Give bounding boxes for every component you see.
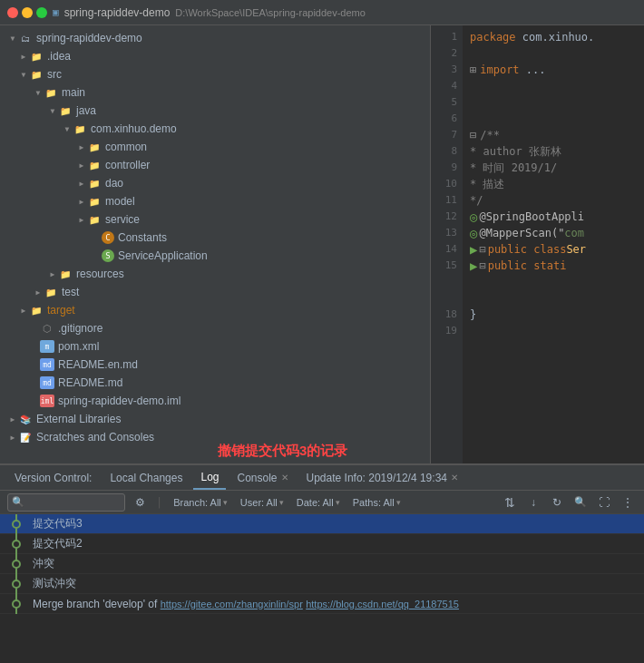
pom-icon: m — [40, 340, 54, 353]
project-path: D:\WorkSpace\IDEA\spring-rapiddev-demo — [175, 7, 366, 18]
commit-list: 提交代码3 提交代码2 沖突 测试沖突 — [0, 514, 644, 663]
tree-item-readme-en[interactable]: md README.en.md — [0, 356, 430, 374]
tree-item-iml[interactable]: iml spring-rapiddev-demo.iml — [0, 392, 430, 410]
external-arrow — [7, 414, 18, 424]
filter-user[interactable]: User: All ▾ — [237, 495, 288, 510]
window-controls — [7, 7, 47, 18]
code-line-19 — [470, 323, 637, 339]
iml-label: spring-rapiddev-demo.iml — [58, 395, 181, 407]
commit-row-2[interactable]: 提交代码2 — [0, 534, 644, 554]
minimize-button[interactable] — [22, 7, 33, 18]
search-input[interactable] — [28, 497, 110, 508]
tree-item-dao[interactable]: 📁 dao — [0, 174, 430, 192]
bottom-toolbar: 🔍 ⚙ | Branch: All ▾ User: All ▾ Date: Al… — [0, 491, 644, 514]
tree-item-idea[interactable]: 📁 .idea — [0, 47, 430, 65]
expand-btn[interactable]: ⛶ — [595, 493, 613, 512]
code-line-11: */ — [470, 192, 637, 209]
download-button[interactable]: ↓ — [524, 493, 542, 512]
commit-1-text: 提交代码3 — [33, 516, 637, 531]
tree-item-common[interactable]: 📁 common — [0, 138, 430, 156]
filter-date-label: Date: All — [297, 497, 334, 508]
readme-label: README.md — [58, 376, 122, 389]
console-close-icon[interactable]: ✕ — [281, 473, 288, 483]
project-icon: ▣ — [53, 6, 59, 18]
tab-console[interactable]: Console ✕ — [229, 466, 295, 490]
line-num-6: 6 — [431, 111, 463, 127]
line-num-16 — [431, 274, 463, 290]
iml-icon: iml — [40, 395, 54, 407]
sort-button[interactable]: ⇅ — [501, 493, 519, 512]
commit-5-link1[interactable]: https://gitee.com/zhangxinlin/spr — [161, 599, 303, 609]
project-folder-icon: 🗂 — [18, 32, 33, 44]
tree-item-com[interactable]: 📁 com.xinhuo.demo — [0, 120, 430, 138]
maximize-button[interactable] — [36, 7, 47, 18]
idea-label: .idea — [47, 50, 71, 63]
tree-item-target[interactable]: 📁 target — [0, 301, 430, 319]
filter-paths-label: Paths: All — [353, 497, 395, 508]
commit-row-5[interactable]: Merge branch 'develop' of https://gitee.… — [0, 594, 644, 614]
tree-item-gitignore[interactable]: ⬡ .gitignore — [0, 319, 430, 337]
scratches-icon: 📝 — [18, 431, 33, 444]
tree-item-pom[interactable]: m pom.xml — [0, 337, 430, 356]
line-num-10: 10 — [431, 176, 463, 192]
search-btn2[interactable]: 🔍 — [571, 493, 590, 512]
tree-item-serviceapp[interactable]: S ServiceApplication — [0, 247, 430, 265]
tab-log[interactable]: Log — [193, 466, 226, 490]
filter-branch[interactable]: Branch: All ▾ — [170, 495, 231, 510]
tree-item-model[interactable]: 📁 model — [0, 192, 430, 210]
tree-item-resources[interactable]: 📁 resources — [0, 265, 430, 283]
paths-dropdown-icon: ▾ — [396, 498, 401, 507]
search-icon: 🔍 — [12, 496, 24, 508]
tree-item-java[interactable]: 📁 java — [0, 102, 430, 120]
bottom-tabs: Version Control: Local Changes Log Conso… — [0, 465, 644, 491]
settings-button[interactable]: ⚙ — [131, 493, 149, 512]
editor-content: 1 2 3 4 5 6 7 8 9 10 11 12 13 14 15 18 1… — [431, 25, 644, 463]
java-arrow — [47, 105, 58, 116]
update-close-icon[interactable]: ✕ — [451, 473, 458, 483]
external-label: External Libraries — [36, 413, 121, 425]
filter-paths[interactable]: Paths: All ▾ — [349, 495, 405, 510]
tree-item-readme[interactable]: md README.md — [0, 374, 430, 392]
refresh-button[interactable]: ↻ — [548, 493, 566, 512]
line-num-2: 2 — [431, 45, 463, 62]
java-label: java — [76, 104, 96, 117]
commit-row-1[interactable]: 提交代码3 — [0, 514, 644, 534]
commit-5-link2[interactable]: https://blog.csdn.net/qq_21187515 — [306, 599, 459, 609]
tab-local-changes[interactable]: Local Changes — [102, 466, 190, 490]
scratches-label: Scratches and Consoles — [36, 431, 154, 444]
tree-item-src[interactable]: 📁 src — [0, 65, 430, 83]
service-label: service — [105, 213, 140, 226]
more-btn[interactable]: ⋮ — [619, 493, 637, 512]
idea-arrow — [18, 51, 29, 62]
external-icon: 📚 — [18, 413, 33, 425]
tree-item-test[interactable]: 📁 test — [0, 283, 430, 301]
close-button[interactable] — [7, 7, 18, 18]
model-label: model — [105, 195, 135, 208]
tree-item-scratches[interactable]: 📝 Scratches and Consoles — [0, 428, 430, 446]
commit-row-4[interactable]: 测试沖突 — [0, 574, 644, 594]
tree-item-constants[interactable]: C Constants — [0, 229, 430, 247]
model-folder-icon: 📁 — [87, 195, 102, 208]
commit-row-3[interactable]: 沖突 — [0, 554, 644, 574]
tab-update-label: Update Info: 2019/12/4 19:34 — [307, 472, 447, 484]
constants-icon: C — [102, 231, 114, 244]
tab-update-info[interactable]: Update Info: 2019/12/4 19:34 ✕ — [299, 466, 465, 490]
serviceapp-label: ServiceApplication — [118, 249, 208, 262]
tree-item-external[interactable]: 📚 External Libraries — [0, 410, 430, 428]
tree-item-main[interactable]: 📁 main — [0, 83, 430, 102]
test-arrow — [33, 287, 44, 297]
tree-content: 🗂 spring-rapiddev-demo 📁 .idea 📁 src — [0, 25, 430, 463]
code-line-13: ◎ @MapperScan("com — [470, 225, 637, 241]
tab-version-control[interactable]: Version Control: — [7, 466, 99, 490]
code-line-12: ◎ @SpringBootAppli — [470, 209, 637, 225]
tree-item-service[interactable]: 📁 service — [0, 210, 430, 229]
code-line-8: * author 张新林 — [470, 143, 637, 160]
line-num-12: 12 — [431, 209, 463, 225]
code-content[interactable]: package com.xinhuo. ⊞import ... ⊟/** * a… — [463, 25, 644, 463]
line-num-18: 18 — [431, 307, 463, 323]
code-editor: 1 2 3 4 5 6 7 8 9 10 11 12 13 14 15 18 1… — [431, 25, 644, 463]
tree-item-controller[interactable]: 📁 controller — [0, 156, 430, 174]
log-search-box[interactable]: 🔍 — [7, 493, 125, 512]
filter-date[interactable]: Date: All ▾ — [293, 495, 344, 510]
tree-item-root[interactable]: 🗂 spring-rapiddev-demo — [0, 29, 430, 47]
